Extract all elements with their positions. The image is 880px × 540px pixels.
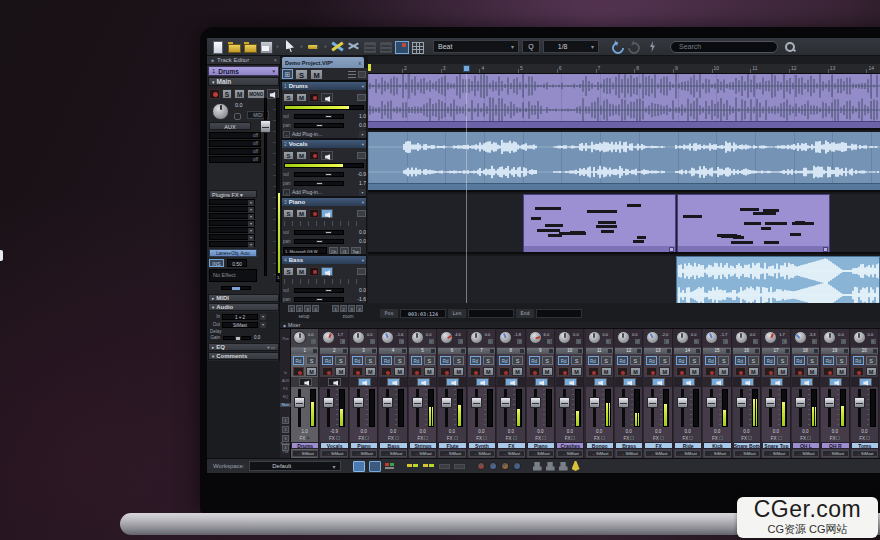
panel-toggle-1-icon[interactable] [353,461,365,472]
volume-fader-handle[interactable] [294,397,305,408]
output-row[interactable]: →StMast [528,450,554,457]
setup-group-button[interactable]: 2 [296,305,303,312]
pan-slider[interactable] [294,239,344,244]
volume-fader-handle[interactable] [589,397,600,408]
pan-knob[interactable] [529,331,542,344]
meter-toggle-dim-icon[interactable] [439,464,450,469]
no-effect-slot[interactable]: No Effect [209,269,257,282]
channel-name-chip[interactable]: Kick [703,442,731,449]
monitor-button[interactable] [682,378,695,386]
mixer-channel-strip[interactable]: 1.7M17RdSM0.0FXSnare Top→StMast [762,329,790,458]
monitor-button[interactable] [328,378,341,386]
volume-fader-handle[interactable] [854,397,865,408]
output-row[interactable]: →StMast [763,450,789,457]
draw-tool-icon[interactable] [307,40,320,53]
mute-button[interactable]: M [483,367,494,376]
mixer-title-bar[interactable]: ◆Mixer [280,322,880,329]
volume-fader-handle[interactable] [736,397,747,408]
read-automation-button[interactable]: Rd [853,356,864,365]
solo-button[interactable]: S [807,356,818,365]
mixer-channel-strip[interactable]: 0.0M12RdSM0.0FXBrass→StMast [615,329,643,458]
master-solo-button[interactable]: S [295,69,308,80]
automation-mode-button[interactable]: Lanes+Obj. Auto [209,249,257,257]
pan-slider-thumb[interactable] [316,182,323,186]
fx-row[interactable]: FX [382,435,404,441]
crossfade-tool-icon[interactable] [331,40,344,53]
record-button[interactable] [588,367,599,376]
output-row[interactable]: →StMast [380,450,406,457]
channel-name-chip[interactable]: Bongo [586,442,614,449]
aux-send-slot[interactable]: off [209,148,261,155]
plugin-slot[interactable]: ▾ [209,199,255,205]
channel-collapse-icon[interactable] [549,349,553,353]
channel-number-row[interactable]: 10 [556,348,583,354]
pan-knob[interactable] [499,331,512,344]
vol-slider-thumb[interactable] [325,115,332,119]
channel-name-chip[interactable]: Piano [527,442,555,449]
master-mute-button[interactable]: M [310,69,323,80]
aux-send-slot[interactable]: off [209,156,261,163]
plugin-power-icon[interactable]: ○ [283,189,290,196]
mute-button[interactable]: M [306,367,317,376]
read-automation-button[interactable]: Rd [646,356,657,365]
volume-fader-handle[interactable] [382,397,393,408]
record-button[interactable] [411,367,422,376]
save-project-icon[interactable] [259,40,272,53]
output-row[interactable]: →StMast [734,450,760,457]
plugin-slot-row[interactable]: ○Add Plug-in...▾ [283,188,366,196]
read-automation-button[interactable]: Rd [322,356,333,365]
track-monitor-button[interactable] [321,151,333,160]
pan-mode-icon[interactable]: M [340,339,345,344]
fx-row[interactable]: FX [294,435,316,441]
volume-fader-handle[interactable] [471,397,482,408]
plugin-slot-row[interactable]: 1. Microsoft GS WCh#1Tap [283,246,366,254]
piano-track-lane[interactable]: Revolta Data 0 dBRevolta Data 0 dB [368,194,880,254]
track-display-icon[interactable] [357,268,366,275]
comments-section-header[interactable]: ▾Comments [208,352,279,360]
meter-options-icon[interactable] [358,71,366,78]
record-button[interactable] [209,89,220,99]
read-automation-button[interactable]: Rd [735,356,746,365]
read-automation-button[interactable]: Rd [293,356,304,365]
channel-collapse-icon[interactable] [785,349,789,353]
mixer-channel-strip[interactable]: 0.0M14RdSM0.0FXRide→StMast [674,329,702,458]
solo-button[interactable]: S [306,356,317,365]
pan-knob[interactable] [646,331,659,344]
monitor-button[interactable] [387,378,400,386]
record-button[interactable] [617,367,628,376]
vol-slider[interactable] [294,114,344,119]
channel-number-row[interactable]: 7 [468,348,495,354]
channel-name-chip[interactable]: Snare Top [762,442,790,449]
track-record-button[interactable] [309,151,319,160]
plugins-section-header[interactable]: Plugins FX ▾ [209,190,257,198]
volume-fader-handle[interactable] [706,397,717,408]
fx-row[interactable]: FX [323,435,345,441]
record-button[interactable] [764,367,775,376]
plugin-slot[interactable]: ▾ [209,206,255,212]
channel-name-chip[interactable]: Piano [350,442,378,449]
record-button[interactable] [646,367,657,376]
bass-track-lane[interactable] [368,256,880,309]
object-list-icon[interactable] [379,40,392,53]
mute-button[interactable]: M [512,367,523,376]
pan-mode-icon[interactable]: M [488,339,493,344]
new-file-icon[interactable] [211,40,224,53]
track-selector[interactable]: 1Drums▾ [208,66,279,76]
track-display-icon[interactable] [357,210,366,217]
record-button[interactable] [322,367,333,376]
mixer-channel-strip[interactable]: 0.0M19RdSM0.0FXOH R→StMast [821,329,849,458]
pan-mode-icon[interactable]: M [841,339,846,344]
monitor-button[interactable] [267,89,279,99]
solo-button[interactable]: S [571,356,582,365]
monitor-button[interactable] [476,378,489,386]
mixer-channel-strip[interactable]: -3.3M18RdSM0.0FXOH L→StMast [792,329,820,458]
volume-knob[interactable] [212,103,229,120]
channel-number-row[interactable]: 12 [615,348,642,354]
pan-knob[interactable] [322,331,335,344]
playhead-marker[interactable] [463,65,470,72]
pan-knob[interactable] [411,331,424,344]
pan-mode-icon[interactable]: M [664,339,669,344]
main-section-header[interactable]: ▾Main [208,77,279,86]
read-automation-button[interactable]: Rd [676,356,687,365]
mute-button[interactable]: M [777,367,788,376]
